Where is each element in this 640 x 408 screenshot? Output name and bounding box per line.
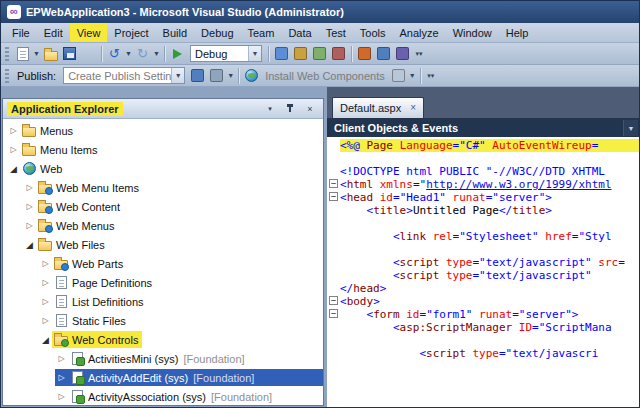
close-icon[interactable]: × bbox=[303, 102, 317, 116]
chevron-down-icon[interactable]: ▼ bbox=[171, 68, 184, 83]
collapse-icon[interactable]: ◢ bbox=[7, 164, 20, 174]
tree-item-list-definitions[interactable]: ▷List Definitions bbox=[3, 292, 323, 311]
extension-manager-icon[interactable] bbox=[393, 44, 412, 63]
chevron-down-icon[interactable]: ▼ bbox=[248, 46, 261, 61]
collapse-region-icon[interactable]: − bbox=[329, 309, 338, 318]
folder-icon bbox=[20, 122, 38, 139]
chevron-down-icon[interactable]: ▼ bbox=[124, 45, 133, 63]
tree-item-activityassociation-sys[interactable]: ▷ActivityAssociation (sys)[Foundation] bbox=[3, 387, 323, 405]
new-item-icon[interactable] bbox=[13, 44, 32, 63]
code-token: form bbox=[373, 308, 400, 321]
tree-item-label: Web Menu Items bbox=[56, 182, 139, 194]
expand-icon[interactable]: ▷ bbox=[23, 183, 36, 192]
tree-item-label: ActivityAssociation (sys) bbox=[88, 391, 206, 403]
menu-view[interactable]: View bbox=[70, 23, 108, 42]
tree-item-web-controls[interactable]: ◢Web Controls bbox=[3, 330, 323, 349]
expand-icon[interactable]: ▷ bbox=[7, 126, 20, 135]
expand-icon[interactable]: ▷ bbox=[23, 221, 36, 230]
undo-icon[interactable]: ↺ bbox=[105, 44, 124, 63]
expand-icon[interactable]: ▷ bbox=[23, 202, 36, 211]
collapse-region-icon[interactable]: − bbox=[329, 179, 338, 188]
menu-build[interactable]: Build bbox=[156, 23, 194, 42]
editor-area: Default.aspx × Client Objects & Events ▼… bbox=[327, 87, 639, 407]
tree-item-menus[interactable]: ▷Menus bbox=[3, 121, 323, 140]
code-token bbox=[340, 321, 393, 334]
expand-icon[interactable]: ▷ bbox=[39, 278, 52, 287]
expand-icon[interactable]: ▷ bbox=[39, 297, 52, 306]
tree-item-web-files[interactable]: ◢Web Files bbox=[3, 235, 323, 254]
output-window-icon[interactable] bbox=[374, 44, 393, 63]
solution-configurations-combo[interactable]: Debug▼ bbox=[190, 45, 262, 62]
code-editor[interactable]: <%@ Page Language="C#" AutoEventWireup=<… bbox=[327, 137, 639, 407]
expand-icon[interactable]: ▷ bbox=[55, 354, 68, 363]
chevron-down-icon[interactable]: ▼ bbox=[32, 45, 41, 63]
code-token: = bbox=[393, 191, 400, 204]
save-all-icon[interactable] bbox=[79, 44, 98, 63]
solution-explorer-icon[interactable] bbox=[291, 44, 310, 63]
code-token bbox=[439, 269, 446, 282]
menu-test[interactable]: Test bbox=[319, 23, 353, 42]
publish-toolbar-overflow[interactable]: ▾▾ bbox=[425, 66, 437, 86]
menu-file[interactable]: File bbox=[5, 23, 37, 42]
chevron-down-icon[interactable]: ▼ bbox=[226, 67, 235, 85]
collapse-icon[interactable]: ◢ bbox=[39, 335, 52, 345]
chevron-down-icon[interactable]: ▼ bbox=[408, 67, 417, 85]
publish-toolbar-grip[interactable] bbox=[5, 69, 9, 83]
tree-item-menu-items[interactable]: ▷Menu Items bbox=[3, 140, 323, 159]
menu-window[interactable]: Window bbox=[446, 23, 499, 42]
application-explorer-header[interactable]: Application Explorer ▾ × bbox=[3, 99, 323, 119]
redo-icon[interactable]: ↻ bbox=[133, 44, 152, 63]
code-line: <!DOCTYPE html PUBLIC "-//W3C//DTD XHTML bbox=[327, 165, 639, 178]
menu-data[interactable]: Data bbox=[281, 23, 318, 42]
menu-edit[interactable]: Edit bbox=[37, 23, 70, 42]
expand-icon[interactable]: ▷ bbox=[7, 145, 20, 154]
standard-toolbar-grip[interactable] bbox=[5, 47, 9, 61]
expand-icon[interactable]: ▷ bbox=[39, 316, 52, 325]
tree-item-web-menu-items[interactable]: ▷Web Menu Items bbox=[3, 178, 323, 197]
tab-close-icon[interactable]: × bbox=[410, 103, 416, 113]
toolbox-icon[interactable] bbox=[329, 44, 348, 63]
error-list-icon[interactable] bbox=[355, 44, 374, 63]
collapse-region-icon[interactable]: − bbox=[329, 296, 338, 305]
install-web-components-dropdown-icon[interactable] bbox=[389, 66, 408, 85]
publish-options-icon[interactable] bbox=[207, 66, 226, 85]
tree-item-web-parts[interactable]: ▷Web Parts bbox=[3, 254, 323, 273]
pin-icon[interactable] bbox=[283, 102, 297, 116]
tree-item-web[interactable]: ◢Web bbox=[3, 159, 323, 178]
chevron-down-icon[interactable]: ▼ bbox=[623, 120, 638, 136]
collapse-region-icon[interactable]: − bbox=[329, 192, 338, 201]
find-icon[interactable] bbox=[272, 44, 291, 63]
menu-help[interactable]: Help bbox=[499, 23, 536, 42]
client-objects-dropdown[interactable]: Client Objects & Events ▼ bbox=[327, 119, 639, 137]
publish-settings-combo[interactable]: Create Publish Settings▼ bbox=[63, 67, 185, 84]
save-icon[interactable] bbox=[60, 44, 79, 63]
code-token: ID bbox=[519, 321, 532, 334]
standard-toolbar-overflow[interactable]: ▾▾ bbox=[413, 44, 425, 64]
menu-debug[interactable]: Debug bbox=[194, 23, 240, 42]
expand-icon[interactable]: ▷ bbox=[55, 373, 68, 382]
menu-bar: FileEditViewProjectBuildDebugTeamDataTes… bbox=[1, 23, 639, 43]
properties-window-icon[interactable] bbox=[310, 44, 329, 63]
menu-analyze[interactable]: Analyze bbox=[393, 23, 446, 42]
start-debugging-icon[interactable] bbox=[168, 44, 187, 63]
menu-tools[interactable]: Tools bbox=[353, 23, 393, 42]
tree-item-web-menus[interactable]: ▷Web Menus bbox=[3, 216, 323, 235]
collapse-icon[interactable]: ◢ bbox=[23, 240, 36, 250]
tree-item-page-definitions[interactable]: ▷Page Definitions bbox=[3, 273, 323, 292]
tree-item-static-files[interactable]: ▷Static Files bbox=[3, 311, 323, 330]
window-position-icon[interactable]: ▾ bbox=[263, 102, 277, 116]
chevron-down-icon[interactable]: ▼ bbox=[152, 45, 161, 63]
install-web-components-icon[interactable] bbox=[242, 66, 261, 85]
expand-icon[interactable]: ▷ bbox=[55, 392, 68, 401]
tree-item-body: ▷ActivityAssociation (sys)[Foundation] bbox=[55, 388, 323, 405]
title-bar[interactable]: ∞ EPWebApplication3 - Microsoft Visual S… bbox=[1, 1, 639, 23]
tree-item-web-content[interactable]: ▷Web Content bbox=[3, 197, 323, 216]
open-file-icon[interactable] bbox=[41, 44, 60, 63]
menu-team[interactable]: Team bbox=[241, 23, 282, 42]
expand-icon[interactable]: ▷ bbox=[39, 259, 52, 268]
tab-default-aspx[interactable]: Default.aspx × bbox=[332, 97, 424, 118]
tree-item-activitiesmini-sys[interactable]: ▷ActivitiesMini (sys)[Foundation] bbox=[3, 349, 323, 368]
publish-icon[interactable] bbox=[188, 66, 207, 85]
menu-project[interactable]: Project bbox=[107, 23, 155, 42]
tree-item-activityaddedit-sys[interactable]: ▷ActivityAddEdit (sys)[Foundation] bbox=[3, 368, 323, 387]
